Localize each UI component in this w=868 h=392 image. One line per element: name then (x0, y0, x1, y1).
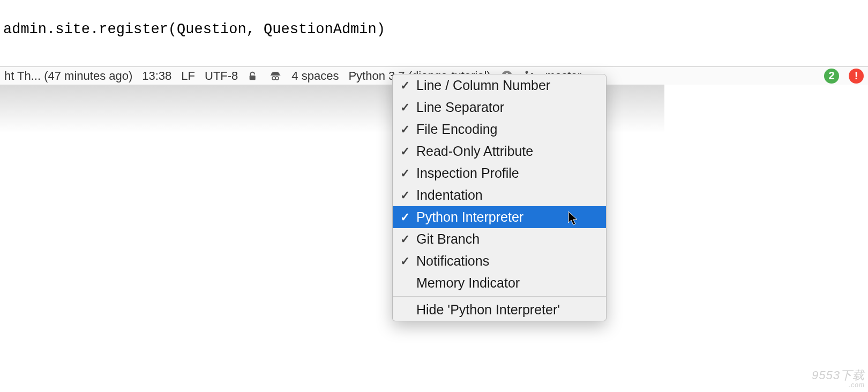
check-icon: ✓ (400, 123, 416, 137)
menu-item-memory-indicator[interactable]: Memory Indicator (393, 272, 606, 294)
check-icon: ✓ (400, 210, 416, 224)
menu-item-inspection-profile[interactable]: ✓ Inspection Profile (393, 162, 606, 184)
unlock-icon[interactable] (248, 70, 259, 82)
menu-item-file-encoding[interactable]: ✓ File Encoding (393, 118, 606, 140)
status-indent[interactable]: 4 spaces (291, 69, 339, 83)
menu-separator (393, 296, 606, 297)
status-time[interactable]: 13:38 (142, 69, 171, 83)
menu-item-label: Inspection Profile (416, 165, 519, 181)
check-icon: ✓ (400, 145, 416, 159)
editor-area[interactable]: admin.site.register(Question, QuestionAd… (0, 0, 868, 66)
status-badge-ok[interactable]: 2 (824, 69, 839, 84)
menu-item-hide-python-interpreter[interactable]: Hide 'Python Interpreter' (393, 299, 606, 321)
svg-point-6 (525, 71, 528, 73)
check-icon: ✓ (400, 254, 416, 268)
menu-item-label: Memory Indicator (416, 275, 520, 291)
menu-item-label: Read-Only Attribute (416, 144, 533, 159)
menu-item-label: Line / Column Number (416, 78, 550, 93)
menu-item-label: Notifications (416, 253, 489, 269)
menu-item-indentation[interactable]: ✓ Indentation (393, 184, 606, 206)
svg-point-1 (272, 77, 275, 80)
status-badge-error[interactable]: ! (849, 69, 864, 84)
menu-item-label: File Encoding (416, 122, 497, 137)
status-bar-context-menu: ✓ Line / Column Number ✓ Line Separator … (392, 74, 607, 321)
check-icon: ✓ (400, 189, 416, 202)
menu-item-label: Git Branch (416, 231, 480, 247)
menu-item-label: Python Interpreter (416, 209, 523, 225)
status-encoding[interactable]: UTF-8 (205, 69, 238, 83)
check-icon: ✓ (400, 79, 416, 93)
svg-rect-0 (250, 76, 256, 80)
code-line: admin.site.register(Question, QuestionAd… (3, 21, 868, 37)
menu-item-git-branch[interactable]: ✓ Git Branch (393, 228, 606, 250)
menu-item-label: Hide 'Python Interpreter' (416, 302, 560, 318)
menu-item-line-separator[interactable]: ✓ Line Separator (393, 96, 606, 118)
check-icon: ✓ (400, 101, 416, 115)
menu-item-line-column-number[interactable]: ✓ Line / Column Number (393, 74, 606, 96)
menu-item-label: Indentation (416, 187, 483, 203)
menu-item-read-only-attribute[interactable]: ✓ Read-Only Attribute (393, 140, 606, 162)
detective-icon[interactable] (269, 70, 282, 82)
menu-item-notifications[interactable]: ✓ Notifications (393, 250, 606, 272)
menu-item-label: Line Separator (416, 100, 504, 115)
status-line-separator[interactable]: LF (181, 69, 195, 83)
check-icon: ✓ (400, 232, 416, 246)
menu-item-python-interpreter[interactable]: ✓ Python Interpreter (393, 206, 606, 228)
check-icon: ✓ (400, 167, 416, 180)
svg-point-2 (275, 77, 279, 80)
watermark: 9553下载 .com (812, 367, 865, 389)
status-commit-info[interactable]: ht Th... (47 minutes ago) (4, 69, 132, 83)
